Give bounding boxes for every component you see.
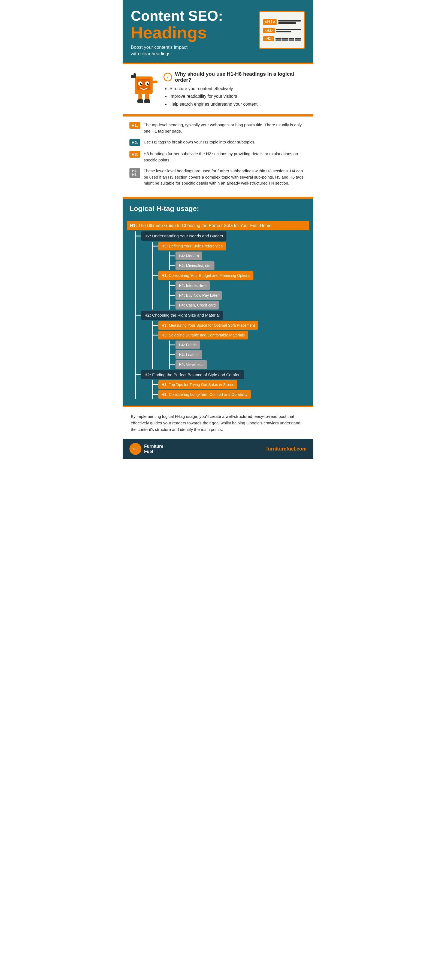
tree-h2-2-item: H2: Choosing the Right Size and Material bbox=[136, 310, 309, 320]
info-circle-icon: i bbox=[163, 73, 172, 81]
header-left: Content SEO: Headings Boost your content… bbox=[131, 8, 223, 57]
tree-h4-leather-label: H4: Leather bbox=[176, 350, 202, 359]
htag-desc-h4h6: These lower-level headings are used for … bbox=[144, 168, 307, 186]
htag-row-h4h6: H4- H6: These lower-level headings are u… bbox=[129, 168, 307, 186]
tree-h4-velvet: H4: Velvet etc. bbox=[170, 360, 309, 369]
htag-row-h3: H3: H3 headings further subdivide the H2… bbox=[129, 151, 307, 163]
tree-h4-modern: H4: Modern bbox=[170, 251, 309, 260]
logical-title: Logical H-tag usage: bbox=[129, 204, 307, 213]
footer-logo-svg: FF bbox=[130, 444, 141, 454]
tree-h2-3-children: H3: Top Tips for Trying Out Sofas in Sto… bbox=[144, 380, 309, 399]
svg-rect-13 bbox=[144, 99, 150, 103]
tree-h2-1-h3-1-item: H3: Defining Your Style Preferences bbox=[153, 242, 309, 250]
footer-bar: FF Furniture Fuel furniturefuel.com bbox=[123, 439, 313, 459]
tree-h4-interest: H4: Interest-free bbox=[170, 281, 309, 290]
logical-section: Logical H-tag usage: bbox=[123, 199, 313, 221]
header-title-line2: Headings bbox=[131, 24, 223, 41]
svg-rect-14 bbox=[153, 81, 158, 83]
tree-h3-2-h4-inner: H4: Interest-free H4: Buy Now Pay Later … bbox=[169, 281, 309, 310]
htag-desc-h2: Use H2 tags to break down your H1 topic … bbox=[144, 139, 256, 145]
mascot-area bbox=[129, 71, 160, 107]
header-title-line1: Content SEO: bbox=[131, 8, 223, 24]
tree-h2-2-children: H3: Measuring Your Space for Optimal Sof… bbox=[144, 321, 309, 369]
tree-h1-node: H1: The Ultimate Guide to Choosing the P… bbox=[127, 221, 309, 231]
tree-h4-buynow: H4: Buy Now Pay Later bbox=[170, 291, 309, 300]
footer-logo-text: Furniture Fuel bbox=[144, 444, 163, 454]
h3-dots bbox=[275, 38, 301, 41]
htag-label-h4h6: H4- H6: bbox=[129, 168, 141, 178]
svg-point-7 bbox=[148, 83, 149, 84]
why-list: Structure your content effectively Impro… bbox=[163, 86, 307, 107]
tree-h3-2-h4-children: H4: Interest-free H4: Buy Now Pay Later … bbox=[161, 281, 309, 310]
why-bullet-2: Improve readability for your visitors bbox=[169, 93, 307, 99]
tree-h2-1-children: H3: Defining Your Style Preferences H4: … bbox=[144, 242, 309, 310]
tree-h2-2-h3-2-item: H3: Selecting Durable and Comfortable Ma… bbox=[153, 331, 309, 339]
tree-h1-children: H2: Understanding Your Needs and Budget … bbox=[135, 231, 309, 399]
tree-h2-3-h3-2-label: H3: Considering Long-Term Comfort and Du… bbox=[158, 390, 251, 399]
tree-h2-2-h3-1-label: H3: Measuring Your Space for Optimal Sof… bbox=[158, 321, 258, 330]
htag-desc-h3: H3 headings further subdivide the H2 sec… bbox=[144, 151, 307, 163]
orange-divider-3 bbox=[123, 197, 313, 199]
line2 bbox=[278, 22, 296, 24]
tree-h2-1-inner: H3: Defining Your Style Preferences H4: … bbox=[152, 242, 309, 310]
tree-h2-2-label: H2: Choosing the Right Size and Material bbox=[141, 310, 223, 320]
line1 bbox=[278, 20, 301, 22]
svg-rect-12 bbox=[137, 99, 143, 103]
tree-h4-fabric: H4: Fabric bbox=[170, 340, 309, 349]
htag-label-h1: H1: bbox=[129, 122, 141, 129]
tree-h2-3-label: H2: Finding the Perfect Balance of Style… bbox=[141, 370, 244, 379]
tree-h2-1-h3-1-label: H3: Defining Your Style Preferences bbox=[158, 242, 226, 250]
why-question: i Why should you use H1-H6 headings in a… bbox=[163, 71, 307, 83]
tree-h4-fabric-label: H4: Fabric bbox=[176, 340, 200, 349]
tree-h2-1-item: H2: Understanding Your Needs and Budget bbox=[136, 231, 309, 241]
header-subtitle: Boost your content's impact with clear h… bbox=[131, 44, 223, 57]
tree-h1-label: H1: The Ultimate Guide to Choosing the P… bbox=[127, 221, 309, 231]
h2-icon-row: <H2> bbox=[263, 28, 301, 33]
why-section: i Why should you use H1-H6 headings in a… bbox=[123, 64, 313, 115]
tree-h2-2-h3-2-h4-inner: H4: Fabric H4: Leather H4: Velvet etc. bbox=[169, 340, 309, 369]
tree-h4-minimalist-label: H4: Minimalist, etc. bbox=[176, 261, 214, 270]
tree-h4-velvet-label: H4: Velvet etc. bbox=[176, 360, 207, 369]
tree-h2-3-h3-1-label: H3: Top Tips for Trying Out Sofas in Sto… bbox=[158, 380, 237, 389]
tree-h3-1-h4-inner: H4: Modern H4: Minimalist, etc. bbox=[169, 251, 309, 270]
footer-logo-icon: FF bbox=[129, 443, 141, 455]
htag-row-h1: H1: The top-level heading, typically you… bbox=[129, 122, 307, 134]
tree-h2-1-label: H2: Understanding Your Needs and Budget bbox=[141, 231, 227, 241]
svg-text:FF: FF bbox=[133, 447, 137, 451]
tree-h4-minimalist: H4: Minimalist, etc. bbox=[170, 261, 309, 270]
h1-icon-row: <H1> bbox=[263, 19, 301, 25]
footer-logo: FF Furniture Fuel bbox=[129, 443, 163, 455]
h2-lines bbox=[276, 29, 301, 32]
orange-divider-2 bbox=[123, 115, 313, 116]
h3-icon-row: <H2> bbox=[263, 36, 301, 41]
h2-tag: <H2> bbox=[263, 28, 275, 33]
tree-h2-1-h3-2-label: H3: Considering Your Budget and Financin… bbox=[158, 271, 254, 280]
tree-h4-buynow-label: H4: Buy Now Pay Later bbox=[176, 291, 222, 300]
tree-h3-1-h4-children: H4: Modern H4: Minimalist, etc. bbox=[161, 251, 309, 270]
tree-h4-leather: H4: Leather bbox=[170, 350, 309, 359]
svg-rect-9 bbox=[134, 73, 136, 78]
svg-point-6 bbox=[141, 83, 142, 84]
tree-h2-2-inner: H3: Measuring Your Space for Optimal Sof… bbox=[152, 321, 309, 369]
tree-h4-cash: H4: Cash, Credit card bbox=[170, 301, 309, 310]
line3 bbox=[276, 29, 301, 30]
tree-h2-1-h3-2-item: H3: Considering Your Budget and Financin… bbox=[153, 271, 309, 280]
h3-tag: <H2> bbox=[263, 36, 274, 41]
htag-section: H1: The top-level heading, typically you… bbox=[123, 116, 313, 197]
htag-desc-h1: The top-level heading, typically your we… bbox=[144, 122, 307, 134]
why-content: i Why should you use H1-H6 headings in a… bbox=[163, 71, 307, 109]
line4 bbox=[276, 31, 291, 32]
tree-h2-3-inner: H3: Top Tips for Trying Out Sofas in Sto… bbox=[152, 380, 309, 399]
header-section: Content SEO: Headings Boost your content… bbox=[123, 0, 313, 63]
footer-url: furniturefuel.com bbox=[266, 446, 307, 452]
header-icon-inner: <H1> <H2> <H2> bbox=[263, 18, 301, 42]
mascot-svg bbox=[131, 71, 158, 107]
htag-row-h2: H2: Use H2 tags to break down your H1 to… bbox=[129, 139, 307, 146]
tree-h2-2-h3-1-item: H3: Measuring Your Space for Optimal Sof… bbox=[153, 321, 309, 330]
why-bullet-1: Structure your content effectively bbox=[169, 86, 307, 92]
tree-h4-cash-label: H4: Cash, Credit card bbox=[176, 301, 219, 310]
htag-label-h3: H3: bbox=[129, 151, 141, 158]
footer-note: By implementing logical H-tag usage, you… bbox=[123, 406, 313, 439]
why-bullet-3: Help search engines understand your cont… bbox=[169, 101, 307, 107]
header-icon: <H1> <H2> <H2> bbox=[259, 11, 305, 49]
